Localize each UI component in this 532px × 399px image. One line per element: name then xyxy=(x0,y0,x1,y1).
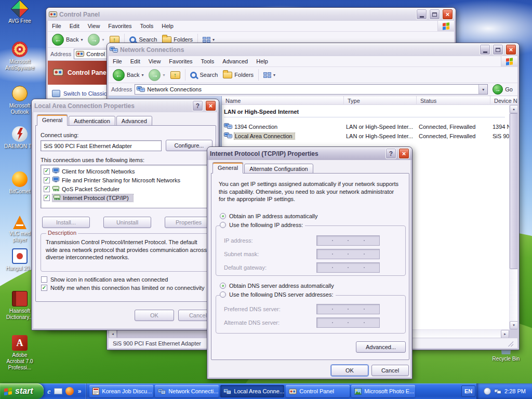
scroll-up-button[interactable]: ▴ xyxy=(510,105,517,113)
tray-status-icon[interactable] xyxy=(484,388,491,395)
column-header-type[interactable]: Type xyxy=(344,96,417,105)
column-header-name[interactable]: Name xyxy=(222,96,344,105)
checkbox[interactable] xyxy=(41,276,47,283)
forward-button[interactable]: →▾ xyxy=(147,68,167,82)
minimize-button[interactable] xyxy=(416,9,427,20)
menu-view[interactable]: View xyxy=(84,21,104,31)
task-microsoft-photo[interactable]: Microsoft Photo E... xyxy=(351,385,415,397)
go-button[interactable]: →Go xyxy=(490,84,515,95)
titlebar[interactable]: Local Area Connection Properties ? × xyxy=(32,99,219,112)
notify-checkbox[interactable]: Notify me when this connection has limit… xyxy=(41,285,205,291)
advanced-button[interactable]: Advanced... xyxy=(356,341,406,353)
checkbox[interactable] xyxy=(41,285,47,291)
list-item-tcpip[interactable]: Internet Protocol (TCP/IP) xyxy=(42,193,211,202)
task-control-panel[interactable]: Control Panel xyxy=(286,385,350,397)
tab-general[interactable]: General xyxy=(37,114,68,126)
scroll-left-button[interactable]: ◂ xyxy=(109,330,117,338)
address-dropdown-button[interactable]: ▾ xyxy=(478,85,487,94)
menu-view[interactable]: View xyxy=(144,57,165,66)
scrollbar-thumb[interactable] xyxy=(510,113,517,269)
titlebar[interactable]: Control Panel × xyxy=(46,8,456,21)
tab-advanced[interactable]: Advanced xyxy=(116,116,152,126)
folders-button[interactable]: Folders xyxy=(221,71,256,79)
menu-help[interactable]: Help xyxy=(252,57,272,66)
titlebar[interactable]: Internet Protocol (TCP/IP) Properties ? … xyxy=(207,147,412,160)
menu-edit[interactable]: Edit xyxy=(126,57,144,66)
back-dropdown-icon[interactable]: ▾ xyxy=(81,37,83,42)
back-dropdown-icon[interactable]: ▾ xyxy=(141,73,143,77)
menu-favorites[interactable]: Favorites xyxy=(104,21,136,31)
menu-tools[interactable]: Tools xyxy=(197,57,219,66)
minimize-button[interactable] xyxy=(480,44,490,55)
help-button[interactable]: ? xyxy=(385,148,396,159)
close-button[interactable]: × xyxy=(398,148,409,159)
cancel-button[interactable]: Cancel xyxy=(371,365,409,376)
radio-button[interactable] xyxy=(220,291,226,298)
radio-button[interactable] xyxy=(220,283,226,289)
tab-authentication[interactable]: Authentication xyxy=(69,116,115,126)
list-item-client[interactable]: Client for Microsoft Networks xyxy=(42,167,211,176)
menu-advanced[interactable]: Advanced xyxy=(218,57,252,66)
tab-alternate-configuration[interactable]: Alternate Configuration xyxy=(244,164,313,174)
obtain-dns-radio[interactable]: Obtain DNS server address automatically xyxy=(220,283,336,289)
up-button[interactable]: ↑ xyxy=(168,70,182,80)
list-item-1394-connection[interactable]: 1394 Connection LAN or High-Speed Inter.… xyxy=(222,122,509,131)
titlebar[interactable]: Network Connections × xyxy=(107,43,519,56)
quick-launch-overflow-chevron[interactable]: » xyxy=(77,388,83,395)
checkbox[interactable] xyxy=(44,195,50,201)
menu-edit[interactable]: Edit xyxy=(65,21,84,31)
task-local-area-connection[interactable]: Local Area Conne... xyxy=(220,385,284,397)
help-button[interactable]: ? xyxy=(192,100,203,111)
list-item-qos[interactable]: QoS Packet Scheduler xyxy=(42,184,211,193)
menu-file[interactable]: File xyxy=(48,21,65,31)
tray-network-icon[interactable] xyxy=(494,389,501,394)
close-button[interactable]: × xyxy=(442,9,453,20)
views-button[interactable]: ▾ xyxy=(261,71,277,79)
uninstall-button[interactable]: Uninstall xyxy=(103,217,151,228)
radio-button[interactable] xyxy=(220,222,226,228)
checkbox[interactable] xyxy=(44,186,50,192)
forward-button[interactable]: →▾ xyxy=(86,33,106,47)
configure-button[interactable]: Configure... xyxy=(166,140,212,151)
show-icon-checkbox[interactable]: Show icon in notification area when conn… xyxy=(41,276,168,283)
radio-button[interactable] xyxy=(220,213,226,219)
address-input[interactable]: Network Connections ▾ xyxy=(135,84,488,95)
start-button[interactable]: start xyxy=(0,383,44,399)
column-header-device[interactable]: Device Name xyxy=(490,96,517,105)
scroll-down-button[interactable]: ▾ xyxy=(510,321,517,329)
close-button[interactable]: × xyxy=(506,44,516,55)
desktop-icon-antispyware[interactable]: Microsoft AntiSpyware xyxy=(3,42,36,71)
maximize-button[interactable] xyxy=(429,9,440,20)
firefox-icon[interactable] xyxy=(65,387,74,395)
tab-general[interactable]: General xyxy=(212,162,243,174)
column-header-status[interactable]: Status xyxy=(417,96,490,105)
obtain-ip-radio[interactable]: Obtain an IP address automatically xyxy=(220,213,320,219)
scroll-right-button[interactable]: ▸ xyxy=(501,330,509,338)
ok-button[interactable]: OK xyxy=(331,365,368,376)
vertical-scrollbar[interactable]: ▴ ▾ xyxy=(509,105,517,329)
resize-grip[interactable] xyxy=(507,340,513,347)
maximize-button[interactable] xyxy=(493,44,503,55)
menu-tools[interactable]: Tools xyxy=(136,21,158,31)
checkbox[interactable] xyxy=(44,168,50,175)
checkbox[interactable] xyxy=(44,177,50,183)
language-indicator[interactable]: EN xyxy=(461,385,475,397)
use-dns-radio[interactable]: Use the following DNS server addresses: xyxy=(220,291,336,298)
install-button[interactable]: Install... xyxy=(42,217,90,228)
list-item-local-area-connection[interactable]: Local Area Connection LAN or High-Speed … xyxy=(222,131,509,140)
mail-icon[interactable] xyxy=(54,388,62,394)
task-korean-job[interactable]: Korean Job Discu... xyxy=(89,385,153,397)
back-button[interactable]: ←Back▾ xyxy=(50,33,85,47)
menu-help[interactable]: Help xyxy=(157,21,178,31)
desktop-icon-avg-free[interactable]: AVG Free xyxy=(3,1,36,24)
menu-file[interactable]: File xyxy=(109,57,126,66)
search-button[interactable]: Search xyxy=(188,71,220,79)
desktop-icon-acrobat[interactable]: Adobe Acrobat 7.0 Professi... xyxy=(3,335,36,371)
task-network-connections[interactable]: Network Connecti... xyxy=(155,385,219,397)
close-button[interactable]: × xyxy=(205,100,216,111)
back-button[interactable]: ←Back▾ xyxy=(111,68,145,82)
internet-explorer-icon[interactable]: e xyxy=(47,387,51,396)
use-ip-radio[interactable]: Use the following IP address: xyxy=(220,222,305,228)
clock[interactable]: 2:28 PM xyxy=(504,388,526,394)
menu-favorites[interactable]: Favorites xyxy=(165,57,196,66)
